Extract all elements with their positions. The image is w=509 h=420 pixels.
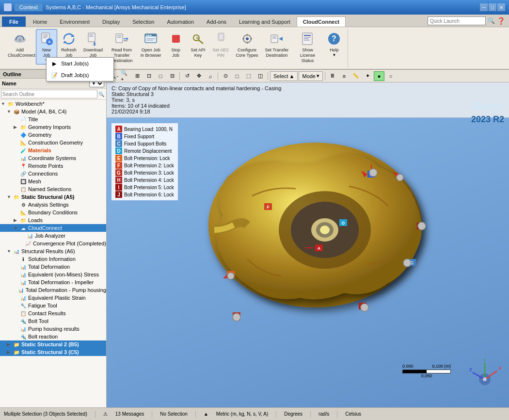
tree-item-job-analyzer[interactable]: 📊 Job Analyzer <box>0 232 106 240</box>
tree-item-fatigue-tool[interactable]: 🔧 Fatigue Tool <box>0 302 106 309</box>
open-job-browser-button[interactable]: Open Jobin Browser <box>138 29 164 60</box>
tab-addons[interactable]: Add-ons <box>200 16 233 27</box>
tree-item-analysis-settings[interactable]: ⚙ Analysis Settings <box>0 201 106 209</box>
maximize-button[interactable]: □ <box>489 3 496 11</box>
tab-selection[interactable]: Selection <box>126 16 160 27</box>
tree-item-cloudconnect[interactable]: ▼ ☁ CloudConnect <box>0 224 106 232</box>
tree-item-static-structural-c5[interactable]: ▶ 📁 Static Structural 3 (C5) <box>0 348 106 356</box>
set-transfer-dest-button[interactable]: Set TransferDestination <box>262 29 291 60</box>
fit-btn[interactable]: ⊞ <box>132 71 143 81</box>
wireframe-btn[interactable]: □ <box>155 71 166 81</box>
tab-cloudconnect[interactable]: CloudConnect <box>297 16 346 27</box>
probe-btn[interactable]: ✦ <box>362 71 373 81</box>
tree-item-coord-systems[interactable]: 📊 Coordinate Systems <box>0 154 106 162</box>
ruler-btn[interactable]: 📏 <box>350 71 361 81</box>
geom-imports-label: Geometry Imports <box>28 124 71 130</box>
pan-btn[interactable]: ✥ <box>193 71 204 81</box>
tree-item-total-deformation[interactable]: 📊 Total Deformation <box>0 263 106 271</box>
tree-item-bolt-reaction[interactable]: 🔩 Bolt reaction <box>0 333 106 340</box>
expander-static-b5[interactable]: ▶ <box>7 342 13 347</box>
tree-item-named-selections[interactable]: 📋 Named Selections <box>0 185 106 193</box>
tree-item-total-def-impeller[interactable]: 📊 Total Deformation - Impeller <box>0 278 106 286</box>
tree-item-geom-imports[interactable]: ▶ 📁 Geometry Imports <box>0 123 106 131</box>
tree-item-loads[interactable]: ▶ 📁 Loads <box>0 216 106 224</box>
set-aec-pin-button[interactable]: Set AECPIN <box>210 29 232 60</box>
tree-item-von-mises[interactable]: 📊 Equivalent (von-Mises) Stress <box>0 271 106 278</box>
expander-workbench[interactable]: ▼ <box>1 101 7 106</box>
zoom-btn[interactable]: ⌕ <box>205 71 216 81</box>
zoom-in-btn[interactable]: 🔍+ <box>120 71 131 81</box>
outline-search-input[interactable] <box>1 90 97 98</box>
status-divider-3 <box>195 411 196 418</box>
tree-item-total-def-pump[interactable]: 📊 Total Deformation - Pump housing <box>0 286 106 294</box>
tree-item-pump-housing-results[interactable]: 📊 Pump housing results <box>0 325 106 333</box>
help-ribbon-button[interactable]: ? Help ▼ <box>323 29 345 59</box>
tree-item-solution-info[interactable]: ℹ Solution Information <box>0 255 106 263</box>
expander-geom-imports[interactable]: ▶ <box>14 125 19 129</box>
front-btn[interactable]: □ <box>232 71 242 81</box>
context-tab[interactable]: Context <box>15 3 43 11</box>
model-area[interactable]: Ansys 2023 R2 A Bearing Load: 1000, N B … <box>107 94 509 407</box>
outline-tree[interactable]: ▼ 📁 Workbench* ▼ 📦 Model (A4, B4, C4) 📄 … <box>0 100 106 407</box>
back-btn[interactable]: ⬚ <box>243 71 254 81</box>
tab-home[interactable]: Home <box>27 16 53 27</box>
tree-item-model[interactable]: ▼ 📦 Model (A4, B4, C4) <box>0 108 106 115</box>
iso-btn[interactable]: ⊙ <box>220 71 231 81</box>
tree-item-eq-plastic-strain[interactable]: 📊 Equivalent Plastic Strain <box>0 294 106 302</box>
tab-environment[interactable]: Environment <box>53 16 96 27</box>
tree-item-contact-results[interactable]: 📋 Contact Results <box>0 309 106 317</box>
minimize-button[interactable]: ─ <box>480 3 488 11</box>
close-button[interactable]: ✕ <box>497 3 505 11</box>
tab-display[interactable]: Display <box>96 16 126 27</box>
add-cloudconnect-icon: + <box>12 31 28 47</box>
tree-item-static-structural-b5[interactable]: ▶ 📁 Static Structural 2 (B5) <box>0 340 106 348</box>
top-btn[interactable]: ◫ <box>255 71 266 81</box>
expander-model[interactable]: ▼ <box>7 109 13 114</box>
tab-automation[interactable]: Automation <box>160 16 200 27</box>
tree-item-convergence-plot[interactable]: 📈 Convergence Plot (Completed) <box>0 240 106 247</box>
set-api-key-button[interactable]: ✕ Set APIKey <box>188 29 209 60</box>
section-btn[interactable]: ⊟ <box>167 71 177 81</box>
quick-launch-input[interactable] <box>428 16 486 25</box>
expander-cloudconnect[interactable]: ▼ <box>14 226 19 230</box>
tab-learning[interactable]: Learning and Support <box>233 16 297 27</box>
tree-item-workbench[interactable]: ▼ 📁 Workbench* <box>0 100 106 108</box>
tab-file[interactable]: File <box>2 16 26 27</box>
3d-model-svg[interactable]: A B C D E F G <box>184 99 475 341</box>
tree-item-static-structural-a5[interactable]: ▼ 📁 Static Structural (A5) <box>0 193 106 201</box>
refresh-job-button[interactable]: RefreshJob <box>58 29 80 60</box>
tree-item-boundary-conditions[interactable]: 📐 Boundary Conditions <box>0 209 106 216</box>
stop-job-button[interactable]: StopJob <box>165 29 187 60</box>
show-none-btn[interactable]: ○ <box>385 71 396 81</box>
tree-item-remote-points[interactable]: 📍 Remote Points <box>0 162 106 170</box>
expander-loads[interactable]: ▶ <box>14 218 19 223</box>
expander-static-c5[interactable]: ▶ <box>7 350 13 355</box>
tree-item-title[interactable]: 📄 Title <box>0 115 106 123</box>
ribbon-tabs: File Home Environment Display Selection … <box>0 15 509 27</box>
legend-key-f: F <box>115 162 122 169</box>
draft-jobs-item[interactable]: 📝 Draft Job(s) <box>47 69 113 81</box>
tree-item-bolt-tool[interactable]: 🔩 Bolt Tool <box>0 317 106 325</box>
rotate-btn[interactable]: ↺ <box>182 71 192 81</box>
show-all-btn[interactable]: ● <box>374 71 384 81</box>
help-icon[interactable]: ❓ <box>497 17 505 25</box>
start-jobs-item[interactable]: ▶ Start Job(s) <box>47 58 113 69</box>
download-job-button[interactable]: DownloadJob <box>80 29 106 60</box>
tree-item-mesh[interactable]: 🔲 Mesh <box>0 178 106 185</box>
tree-item-construction-geom[interactable]: 📐 Construction Geometry <box>0 139 106 146</box>
view-btn[interactable]: ⊡ <box>143 71 154 81</box>
tree-item-connections[interactable]: 🔗 Connections <box>0 170 106 178</box>
configure-core-button[interactable]: ConfigureCore Types <box>233 29 261 60</box>
expander-results-a6[interactable]: ▼ <box>7 249 13 254</box>
legend-btn[interactable]: ≡ <box>339 71 350 81</box>
view-mode-btn[interactable]: Mode ▾ <box>299 71 323 81</box>
tree-item-structural-results-a6[interactable]: ▼ 📊 Structural Results (A6) <box>0 247 106 255</box>
tree-item-geometry[interactable]: 🔷 Geometry <box>0 131 106 139</box>
eq-plastic-strain-label: Equivalent Plastic Strain <box>28 295 86 301</box>
tree-item-materials[interactable]: 🧪 Materials <box>0 146 106 154</box>
add-cloudconnect-button[interactable]: + AddCloudConnect <box>5 29 35 60</box>
select-mode-btn[interactable]: Select ▲ <box>270 71 298 81</box>
show-license-button[interactable]: Show LicenseStatus <box>292 29 322 65</box>
anno-btn[interactable]: Ⅲ <box>327 71 338 81</box>
expander-static-a5[interactable]: ▼ <box>7 194 13 199</box>
